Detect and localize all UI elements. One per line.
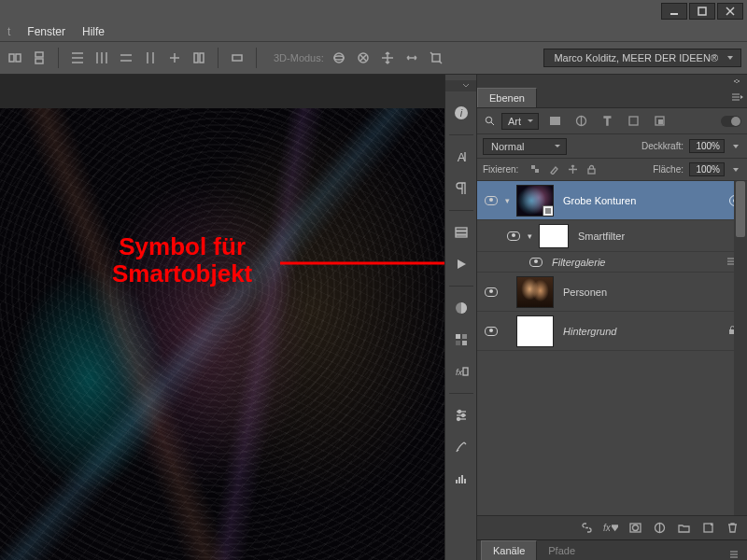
link-layers-icon[interactable] [579,521,594,536]
layer-filter-kind[interactable]: Art [501,113,539,130]
info-panel-icon[interactable]: i [451,103,472,123]
layer-panel-buttons: fx [477,515,747,539]
smartobject-badge-icon [543,205,554,217]
3d-roll-icon[interactable] [354,49,373,67]
distribute-icon[interactable] [68,49,87,67]
opacity-input[interactable]: 100% [689,139,725,153]
layer-name[interactable]: Personen [563,287,607,298]
3d-pan-icon[interactable] [378,49,397,67]
filter-toggle[interactable] [721,116,741,127]
layer-comps-icon[interactable] [451,222,472,243]
window-titlebar [0,0,747,22]
distribute-icon[interactable] [117,49,135,67]
lock-transparency-icon[interactable] [528,163,543,176]
distribute-icon[interactable] [190,49,208,67]
svg-marker-36 [458,259,466,269]
svg-rect-51 [458,477,460,483]
svg-marker-57 [740,95,743,99]
blend-mode-select[interactable]: Normal [483,138,567,155]
distribute-icon[interactable] [165,49,184,67]
layer-style-icon[interactable]: fx [603,521,618,536]
svg-rect-41 [462,341,467,345]
character-panel-icon[interactable]: A [451,147,472,167]
twist-icon[interactable]: ▾ [501,196,513,205]
swatches-panel-icon[interactable] [451,329,472,350]
adjustment-layer-icon[interactable] [652,521,667,536]
filter-name[interactable]: Filtergalerie [552,257,605,268]
twist-icon[interactable]: ▾ [524,231,535,241]
scrollbar[interactable] [734,181,747,515]
layer-row[interactable]: Hintergrund [477,312,747,351]
visibility-toggle[interactable] [503,231,524,241]
svg-point-47 [458,411,460,413]
filter-pixel-icon[interactable] [544,113,565,130]
align-icon[interactable] [30,49,49,67]
layer-thumbnail[interactable] [516,185,554,217]
svg-rect-38 [456,334,460,339]
layer-name[interactable]: Smartfilter [578,231,625,242]
svg-rect-21 [200,53,204,63]
layer-thumbnail[interactable] [516,315,554,347]
3d-orbit-icon[interactable] [330,49,348,67]
filter-smartobject-icon[interactable] [649,113,669,130]
lock-pixels-icon[interactable] [546,163,561,176]
fill-label: Fläche: [653,164,684,175]
menu-fenster[interactable]: Fenster [27,25,65,38]
3d-slide-icon[interactable] [402,49,421,67]
svg-rect-22 [233,55,242,61]
visibility-toggle[interactable] [481,287,501,297]
panel-menu-icon[interactable] [730,91,743,103]
svg-rect-63 [629,117,638,125]
workspace-select[interactable]: Marco Kolditz, MEER DER IDEEN® [543,49,741,67]
histogram-panel-icon[interactable] [451,469,472,489]
tab-ebenen[interactable]: Ebenen [477,88,537,107]
filter-mask-thumbnail[interactable] [539,224,569,248]
visibility-toggle[interactable] [481,327,501,336]
layer-name[interactable]: Grobe Konturen [563,195,636,206]
visibility-toggle[interactable] [526,258,546,267]
layer-name[interactable]: Hintergrund [563,326,616,337]
filter-adjustment-icon[interactable] [571,113,591,130]
tab-pfade[interactable]: Pfade [537,541,586,560]
document-canvas[interactable]: Symbol für Smartobjekt [0,75,444,560]
group-icon[interactable] [676,521,691,536]
opacity-flyout-icon[interactable] [730,140,741,153]
layer-row[interactable]: ▾ Smartfilter [477,220,747,252]
actions-panel-icon[interactable] [451,254,472,274]
maximize-button[interactable] [689,3,715,20]
layers-list: ▾ Grobe Konturen ▾ Smartfilter Filtergal… [477,181,747,515]
styles-panel-icon[interactable]: fx [451,361,472,382]
filter-shape-icon[interactable] [623,113,643,130]
close-button[interactable] [717,3,743,20]
paragraph-panel-icon[interactable] [451,178,472,199]
filter-type-icon[interactable]: T [597,113,617,130]
distribute-icon[interactable] [92,49,111,67]
3d-scale-icon[interactable] [427,49,445,67]
svg-point-23 [334,53,344,63]
brush-panel-icon[interactable] [451,437,472,457]
arrange-icon[interactable] [228,49,247,67]
menu-hilfe[interactable]: Hilfe [82,25,105,38]
color-panel-icon[interactable] [451,298,472,318]
lock-all-icon[interactable] [584,163,599,176]
fill-flyout-icon[interactable] [730,163,741,176]
align-icon[interactable] [6,49,24,67]
distribute-icon[interactable] [141,49,160,67]
panel-collapse-bar[interactable] [477,75,747,88]
svg-rect-35 [456,235,467,237]
tab-kanaele[interactable]: Kanäle [481,540,537,560]
layer-row[interactable]: Personen [477,273,747,312]
panel-menu-icon[interactable] [728,549,741,560]
delete-layer-icon[interactable] [725,521,740,536]
visibility-toggle[interactable] [481,196,501,205]
new-layer-icon[interactable] [700,521,715,536]
layer-thumbnail[interactable] [516,276,554,308]
adjustments-panel-icon[interactable] [451,405,472,426]
fill-input[interactable]: 100% [689,162,725,176]
layer-row[interactable]: Filtergalerie [477,252,747,273]
svg-point-58 [486,117,491,122]
lock-position-icon[interactable] [565,163,580,176]
layer-mask-icon[interactable] [627,521,642,536]
minimize-button[interactable] [661,3,687,20]
layer-row[interactable]: ▾ Grobe Konturen [477,181,747,220]
